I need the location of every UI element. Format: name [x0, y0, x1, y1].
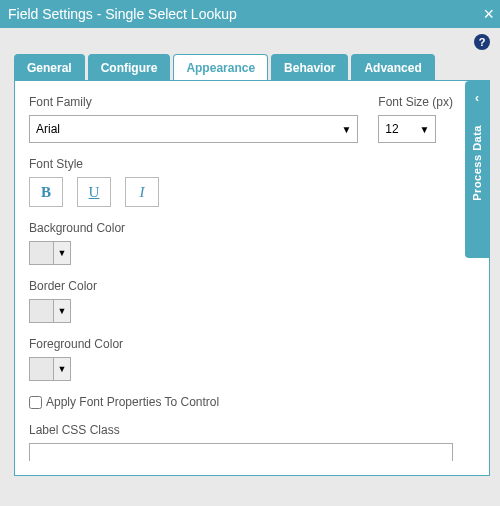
- fg-color-picker[interactable]: ▼: [29, 357, 71, 381]
- process-data-panel-toggle[interactable]: ‹ Process Data: [465, 81, 489, 258]
- apply-font-row: Apply Font Properties To Control: [29, 395, 453, 409]
- font-family-value: Arial: [36, 122, 60, 136]
- tab-configure[interactable]: Configure: [88, 54, 171, 81]
- bg-color-picker[interactable]: ▼: [29, 241, 71, 265]
- border-color-label: Border Color: [29, 279, 453, 293]
- dialog-title: Field Settings - Single Select Lookup: [8, 6, 237, 22]
- font-family-select[interactable]: Arial ▼: [29, 115, 358, 143]
- bg-color-swatch: [30, 242, 54, 264]
- bold-button[interactable]: B: [29, 177, 63, 207]
- font-family-label: Font Family: [29, 95, 358, 109]
- titlebar: Field Settings - Single Select Lookup ×: [0, 0, 500, 28]
- font-style-buttons: B U I: [29, 177, 453, 207]
- close-icon[interactable]: ×: [483, 0, 494, 28]
- appearance-form: Font Family Arial ▼ Font Size (px) 12 ▼: [29, 95, 453, 461]
- bg-color-label: Background Color: [29, 221, 453, 235]
- fg-color-label: Foreground Color: [29, 337, 453, 351]
- font-size-value: 12: [385, 122, 398, 136]
- chevron-down-icon: ▼: [419, 124, 429, 135]
- underline-button[interactable]: U: [77, 177, 111, 207]
- chevron-down-icon: ▼: [54, 300, 70, 322]
- apply-font-label: Apply Font Properties To Control: [46, 395, 219, 409]
- border-color-swatch: [30, 300, 54, 322]
- chevron-left-icon: ‹: [475, 91, 479, 105]
- italic-button[interactable]: I: [125, 177, 159, 207]
- font-size-label: Font Size (px): [378, 95, 453, 109]
- tab-strip: General Configure Appearance Behavior Ad…: [14, 54, 490, 81]
- label-css-class-label: Label CSS Class: [29, 423, 453, 437]
- help-icon[interactable]: ?: [474, 34, 490, 50]
- chevron-down-icon: ▼: [54, 358, 70, 380]
- font-style-label: Font Style: [29, 157, 453, 171]
- font-size-select[interactable]: 12 ▼: [378, 115, 436, 143]
- fg-color-swatch: [30, 358, 54, 380]
- label-css-class-input[interactable]: [29, 443, 453, 461]
- tab-behavior[interactable]: Behavior: [271, 54, 348, 81]
- field-settings-dialog: Field Settings - Single Select Lookup × …: [0, 0, 500, 506]
- content-area: General Configure Appearance Behavior Ad…: [14, 54, 490, 476]
- tab-panel: Font Family Arial ▼ Font Size (px) 12 ▼: [14, 80, 490, 476]
- chevron-down-icon: ▼: [341, 124, 351, 135]
- process-data-label: Process Data: [471, 125, 483, 201]
- chevron-down-icon: ▼: [54, 242, 70, 264]
- apply-font-checkbox[interactable]: [29, 396, 42, 409]
- tab-appearance[interactable]: Appearance: [173, 54, 268, 81]
- border-color-picker[interactable]: ▼: [29, 299, 71, 323]
- tab-advanced[interactable]: Advanced: [351, 54, 434, 81]
- tab-general[interactable]: General: [14, 54, 85, 81]
